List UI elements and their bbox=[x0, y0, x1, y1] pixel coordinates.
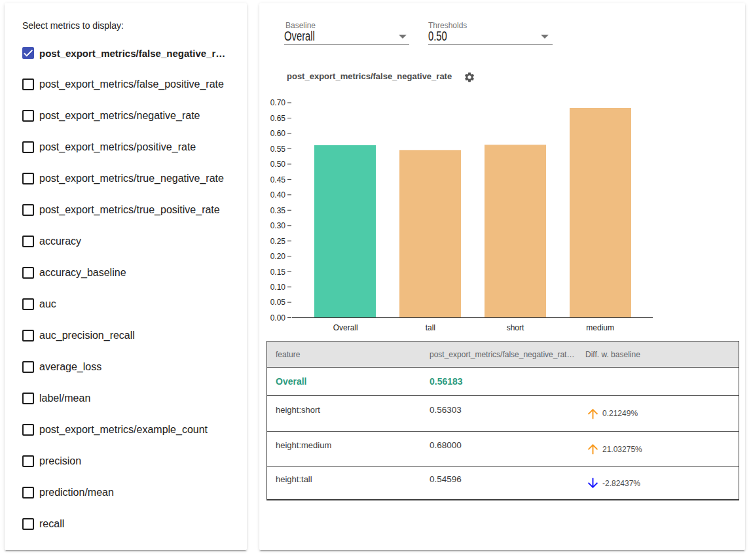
svg-text:0.65: 0.65 bbox=[270, 114, 286, 123]
svg-text:0.35: 0.35 bbox=[270, 206, 286, 215]
svg-text:0.50: 0.50 bbox=[270, 160, 286, 169]
svg-text:0.20: 0.20 bbox=[270, 252, 286, 261]
svg-text:0.25: 0.25 bbox=[270, 237, 286, 246]
svg-text:0.70: 0.70 bbox=[270, 98, 286, 107]
svg-text:0.15: 0.15 bbox=[270, 268, 286, 277]
svg-text:short: short bbox=[507, 323, 524, 332]
svg-text:Overall: Overall bbox=[333, 323, 358, 332]
svg-text:0.30: 0.30 bbox=[270, 221, 286, 230]
svg-text:0.40: 0.40 bbox=[270, 190, 286, 200]
svg-text:0.60: 0.60 bbox=[270, 129, 286, 138]
svg-text:0.00: 0.00 bbox=[270, 313, 286, 323]
svg-text:0.55: 0.55 bbox=[270, 145, 286, 154]
svg-text:tall: tall bbox=[426, 323, 435, 332]
svg-text:medium: medium bbox=[586, 323, 614, 332]
svg-text:0.05: 0.05 bbox=[270, 298, 286, 307]
svg-text:0.45: 0.45 bbox=[270, 175, 286, 184]
svg-text:0.10: 0.10 bbox=[270, 283, 286, 292]
